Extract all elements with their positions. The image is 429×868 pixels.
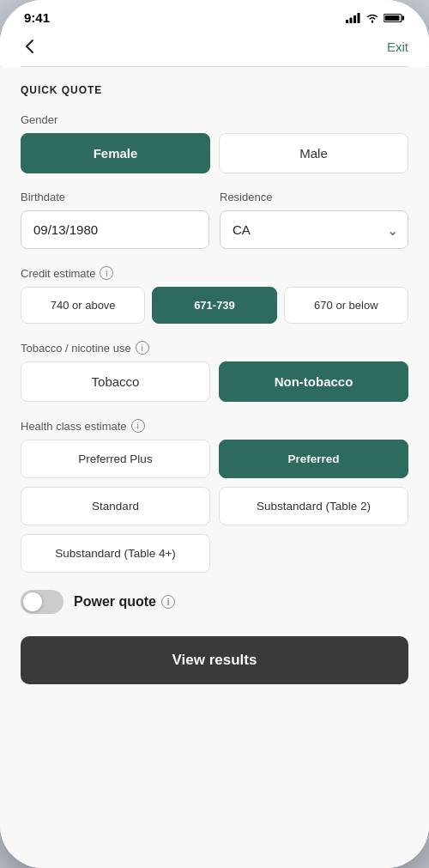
power-quote-info-icon[interactable]: i <box>161 595 175 609</box>
svg-rect-2 <box>353 15 356 23</box>
health-info-icon[interactable]: i <box>131 419 145 433</box>
back-arrow-icon <box>21 37 39 56</box>
health-preferred-button[interactable]: Preferred <box>219 440 408 478</box>
health-group: Health class estimate i Preferred Plus P… <box>21 419 408 573</box>
residence-select[interactable]: CA NY TX FL <box>220 210 408 249</box>
back-button[interactable] <box>21 37 39 56</box>
birthdate-col: Birthdate <box>21 191 209 249</box>
svg-rect-6 <box>402 15 405 20</box>
svg-point-4 <box>372 21 373 22</box>
credit-mid-button[interactable]: 671-739 <box>152 287 276 324</box>
birthdate-residence-row: Birthdate Residence CA NY TX FL ⌄ <box>21 191 408 249</box>
toggle-thumb <box>23 592 42 611</box>
tobacco-info-icon[interactable]: i <box>136 341 149 355</box>
health-substandard-2-button[interactable]: Substandard (Table 2) <box>219 487 408 525</box>
health-standard-button[interactable]: Standard <box>21 487 210 525</box>
credit-group: Credit estimate i 740 or above 671-739 6… <box>21 266 408 324</box>
credit-toggle-group: 740 or above 671-739 670 or below <box>21 287 408 324</box>
tobacco-toggle-group: Tobacco Non-tobacco <box>21 361 408 402</box>
residence-label: Residence <box>220 191 408 203</box>
credit-low-button[interactable]: 670 or below <box>284 287 408 324</box>
tobacco-no-button[interactable]: Non-tobacco <box>219 361 408 402</box>
tobacco-group: Tobacco / nicotine use i Tobacco Non-tob… <box>21 341 408 402</box>
wifi-icon <box>366 13 379 23</box>
status-icons <box>346 13 405 23</box>
nav-bar: Exit <box>0 30 429 66</box>
tobacco-yes-button[interactable]: Tobacco <box>21 361 210 402</box>
signal-icon <box>346 13 361 23</box>
battery-icon <box>384 13 405 23</box>
exit-button[interactable]: Exit <box>387 39 408 54</box>
power-quote-label: Power quote i <box>74 594 175 610</box>
svg-rect-3 <box>358 13 360 23</box>
svg-rect-1 <box>350 17 353 23</box>
phone-shell: 9:41 <box>0 0 429 868</box>
health-substandard-4-button[interactable]: Substandard (Table 4+) <box>21 534 210 573</box>
credit-label: Credit estimate i <box>21 266 408 280</box>
birthdate-label: Birthdate <box>21 191 209 203</box>
health-label: Health class estimate i <box>21 419 408 433</box>
view-results-button[interactable]: View results <box>21 636 408 684</box>
gender-male-button[interactable]: Male <box>219 133 408 173</box>
gender-group: Gender Female Male <box>21 113 408 173</box>
gender-toggle-group: Female Male <box>21 133 408 173</box>
health-toggle-grid: Preferred Plus Preferred Standard Substa… <box>21 440 408 573</box>
power-quote-toggle[interactable] <box>21 590 63 614</box>
tobacco-label: Tobacco / nicotine use i <box>21 341 408 355</box>
power-quote-row: Power quote i <box>21 590 408 614</box>
gender-label: Gender <box>21 113 408 126</box>
birthdate-input[interactable] <box>21 210 209 249</box>
residence-select-wrapper: CA NY TX FL ⌄ <box>220 210 408 249</box>
residence-col: Residence CA NY TX FL ⌄ <box>220 191 408 249</box>
svg-rect-7 <box>385 15 400 21</box>
status-bar: 9:41 <box>0 0 429 30</box>
credit-high-button[interactable]: 740 or above <box>21 287 145 324</box>
svg-rect-0 <box>346 20 348 23</box>
page-title: QUICK QUOTE <box>21 84 408 96</box>
status-time: 9:41 <box>24 10 50 25</box>
health-preferred-plus-button[interactable]: Preferred Plus <box>21 440 210 478</box>
credit-info-icon[interactable]: i <box>100 266 113 280</box>
gender-female-button[interactable]: Female <box>21 133 210 173</box>
content-area: QUICK QUOTE Gender Female Male Birthdate… <box>0 67 429 868</box>
